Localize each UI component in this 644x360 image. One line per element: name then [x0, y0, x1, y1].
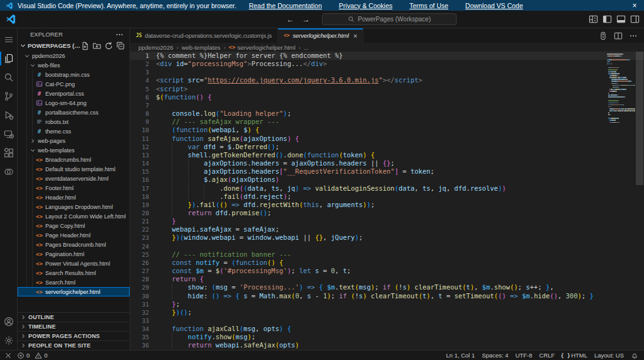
activity-explorer[interactable]: [0, 49, 18, 68]
folder-row[interactable]: ppdemo2026: [18, 51, 130, 60]
panel-people-on-the-site[interactable]: PEOPLE ON THE SITE: [18, 340, 130, 350]
line-number: 19: [130, 201, 149, 209]
file-row[interactable]: #portalbasictheme.css: [18, 108, 130, 117]
editor-tab[interactable]: <>serverlogichelper.html×: [278, 28, 364, 43]
code-line: 28 return {: [130, 275, 644, 283]
forward-icon[interactable]: →: [302, 15, 310, 23]
keyboard-layout[interactable]: Layout: US: [594, 352, 624, 359]
activity-source-control[interactable]: [0, 87, 18, 106]
file-row[interactable]: <>Header.html: [18, 193, 130, 202]
file-row[interactable]: <>Power Virtual Agents.html: [18, 259, 130, 268]
file-row[interactable]: <>Layout 2 Column Wide Left.html: [18, 211, 130, 221]
status-label: Ln 1, Col 1: [446, 352, 475, 359]
eol[interactable]: CRLF: [539, 352, 555, 359]
errors[interactable]: 0: [17, 352, 30, 359]
code-text: console.log("Loading helper");: [149, 110, 291, 118]
file-row[interactable]: <>Page Copy.html: [18, 221, 130, 230]
encoding[interactable]: UTF-8: [515, 352, 532, 359]
status-label: Layout: US: [594, 352, 624, 359]
language-mode[interactable]: { }HTML: [562, 352, 587, 359]
text-file-icon: [35, 118, 43, 125]
editor-tab[interactable]: JSdataverse-crud-operations.serverlogic.…: [130, 28, 278, 43]
panel-power-pages-actions[interactable]: POWER PAGES ACTIONS: [18, 331, 130, 340]
refresh-icon[interactable]: [104, 42, 113, 50]
file-row[interactable]: <>Languages Dropdown.html: [18, 202, 130, 211]
file-row[interactable]: robots.txt: [18, 117, 130, 127]
cursor-position[interactable]: Ln 1, Col 1: [446, 352, 475, 359]
explorer-more-icon[interactable]: [115, 30, 124, 39]
banner-close-icon[interactable]: ×: [631, 2, 638, 9]
bell-icon: [631, 352, 638, 359]
file-row[interactable]: Logo-sm-64.png: [18, 98, 130, 108]
code-line: 30 hide: () => { s = Math.max(0, s - 1);…: [130, 292, 644, 300]
breadcrumb-item[interactable]: web-templates: [182, 44, 221, 51]
chevron-right-icon: [20, 342, 26, 349]
activity-extensions[interactable]: [0, 143, 18, 162]
file-label: Pages Breadcrumb.html: [45, 242, 106, 248]
line-number: 1: [130, 52, 149, 60]
file-row[interactable]: Cat-PC.png: [18, 79, 130, 89]
indentation[interactable]: Spaces: 4: [482, 352, 508, 359]
activity-power-pages[interactable]: [0, 162, 18, 181]
activity-settings[interactable]: [0, 331, 18, 350]
new-folder-icon[interactable]: [92, 42, 101, 50]
file-row[interactable]: <>Search.html: [18, 278, 130, 287]
file-row[interactable]: <>eventdataserverside.html: [18, 174, 130, 183]
file-row[interactable]: <>Page Header.html: [18, 230, 130, 240]
customize-layout-icon[interactable]: [589, 14, 598, 24]
breadcrumb-item[interactable]: <>serverlogichelper.html: [229, 44, 296, 51]
command-center[interactable]: PowerPages (Workspace): [322, 13, 457, 25]
folder-row[interactable]: web-pages: [18, 136, 130, 145]
file-row[interactable]: <>Footer.html: [18, 183, 130, 193]
folder-row[interactable]: web-files: [18, 60, 130, 70]
code-editor[interactable]: 1{% comment %}Helper for server {% endco…: [130, 52, 644, 350]
file-row[interactable]: <>Default studio template.html: [18, 164, 130, 174]
panel-outline[interactable]: OUTLINE: [18, 312, 130, 322]
back-icon[interactable]: ←: [286, 15, 294, 23]
html-icon: <>: [35, 204, 43, 210]
split-editor-icon[interactable]: [614, 31, 623, 40]
scrollbar-thumb[interactable]: [636, 52, 643, 185]
file-row[interactable]: #theme.css: [18, 127, 130, 136]
workspace-section-header[interactable]: POWERPAGES (WORKSPACE): [18, 40, 130, 51]
collapse-all-icon[interactable]: [116, 42, 125, 50]
file-row[interactable]: <>Breadcrumbs.html: [18, 155, 130, 164]
activity-run-debug[interactable]: [0, 106, 18, 125]
activity-account[interactable]: [0, 312, 18, 331]
more-actions-icon[interactable]: [629, 31, 638, 40]
preview-icon[interactable]: [599, 31, 608, 40]
tab-close-icon[interactable]: ×: [353, 32, 357, 40]
file-row[interactable]: #bootstrap.min.css: [18, 70, 130, 79]
activity-remote-explorer[interactable]: [0, 125, 18, 143]
toggle-secondary-sidebar-icon[interactable]: [630, 14, 640, 24]
file-row[interactable]: #Eventportal.css: [18, 89, 130, 98]
workspace-section-label: POWERPAGES (WORKSPACE): [28, 42, 80, 49]
warnings[interactable]: 0: [35, 352, 47, 359]
remote-indicator[interactable]: [4, 352, 12, 359]
banner-link[interactable]: Terms of Use: [409, 2, 448, 9]
breadcrumb-item[interactable]: ppdemo2026: [138, 44, 173, 51]
activity-menu[interactable]: [0, 30, 18, 49]
minimap[interactable]: [606, 52, 635, 350]
activity-search[interactable]: [0, 68, 18, 87]
new-file-icon[interactable]: [80, 42, 89, 50]
file-row[interactable]: <>Pages Breadcrumb.html: [18, 240, 130, 249]
file-row[interactable]: <>Pagination.html: [18, 249, 130, 259]
editor-scrollbar[interactable]: [635, 52, 644, 350]
line-number: 18: [130, 193, 149, 201]
toggle-panel-icon[interactable]: [616, 14, 626, 24]
folder-row[interactable]: web-templates: [18, 145, 130, 155]
notifications[interactable]: [631, 352, 638, 359]
code-text: hide: () => { s = Math.max(0, s - 1); if…: [149, 292, 594, 300]
file-row[interactable]: <>serverlogichelper.html: [18, 287, 130, 296]
panel-timeline[interactable]: TIMELINE: [18, 322, 130, 331]
banner-link[interactable]: Privacy & Cookies: [339, 2, 392, 9]
banner-link[interactable]: Download VS Code: [465, 2, 523, 9]
banner-link[interactable]: Read the Documentation: [249, 2, 322, 9]
line-number: 24: [130, 242, 149, 250]
file-label: Cat-PC.png: [45, 81, 75, 87]
file-row[interactable]: <>Search Results.html: [18, 268, 130, 278]
toggle-sidebar-icon[interactable]: [602, 14, 612, 24]
breadcrumb-item[interactable]: ...: [304, 44, 309, 51]
chevron-right-icon: [30, 138, 36, 144]
